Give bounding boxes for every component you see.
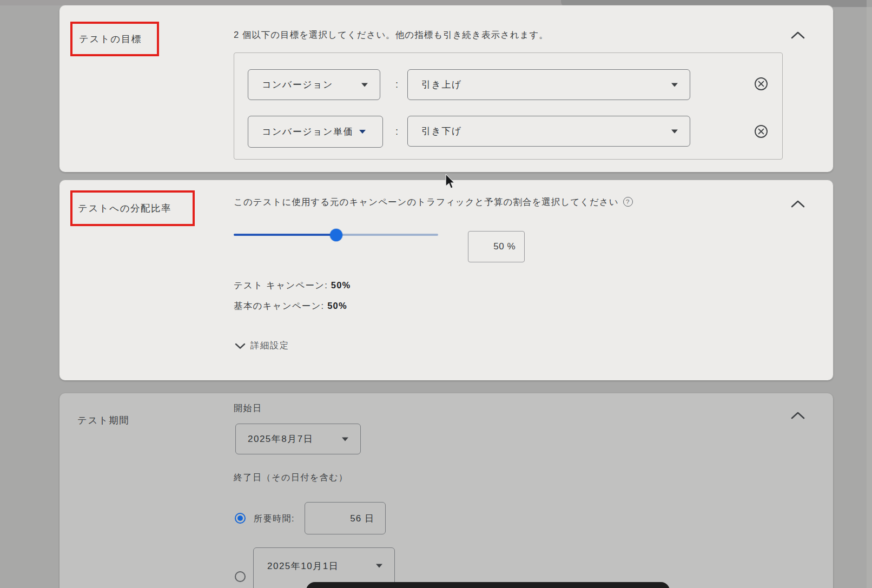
goal-direction-select[interactable]: 引き上げ (407, 69, 690, 100)
goal-metric-select[interactable]: コンバージョン (248, 69, 380, 100)
chevron-down-icon (359, 130, 366, 134)
collapse-section-button[interactable] (787, 407, 809, 424)
advanced-settings-toggle[interactable]: 詳細設定 (235, 340, 289, 352)
chevron-down-icon (671, 129, 678, 133)
end-date-label: 終了日（その日付を含む） (234, 472, 348, 484)
section-description: 2 個以下の目標を選択してください。他の指標も引き続き表示されます。 (234, 29, 549, 41)
test-campaign-value: 50% (331, 280, 351, 290)
section-title: テストへの分配比率 (78, 202, 171, 215)
goal-metric-value: コンバージョン (262, 78, 333, 91)
section-test-goals: テストの目標 2 個以下の目標を選択してください。他の指標も引き続き表示されます… (60, 5, 833, 172)
duration-radio[interactable] (235, 513, 246, 524)
chevron-down-icon (235, 343, 246, 349)
chevron-up-icon (791, 31, 805, 39)
chevron-down-icon (671, 83, 678, 87)
goal-separator: : (395, 79, 398, 90)
bottom-overlay-bar (306, 582, 670, 588)
duration-input[interactable]: 56 日 (305, 502, 386, 534)
section-title: テスト期間 (77, 414, 129, 427)
goal-rows-container: コンバージョン : 引き上げ コンバージョン単価 : 引き下げ (234, 52, 783, 160)
start-date-select[interactable]: 2025年8月7日 (235, 424, 361, 454)
remove-circle-x-icon (754, 77, 768, 91)
duration-label: 所要時間: (254, 513, 295, 525)
section-title: テストの目標 (79, 32, 142, 45)
chevron-up-icon (791, 412, 805, 419)
goal-direction-value: 引き下げ (421, 125, 462, 137)
split-value-field[interactable]: 50 % (468, 231, 525, 262)
section-test-split: テストへの分配比率 このテストに使用する元のキャンペーンのトラフィックと予算の割… (60, 180, 833, 380)
goal-metric-value: コンバージョン単価 (262, 125, 353, 138)
chevron-down-icon (361, 83, 368, 87)
chevron-down-icon (342, 437, 348, 441)
section-test-period: テスト期間 開始日 2025年8月7日 終了日（その日付を含む） 所要時間: 5… (60, 393, 833, 588)
chevron-down-icon (376, 564, 382, 568)
base-campaign-value: 50% (327, 301, 347, 310)
end-date-value: 2025年10月1日 (267, 560, 339, 572)
goal-metric-select[interactable]: コンバージョン単価 (248, 116, 383, 148)
chevron-up-icon (791, 200, 805, 208)
test-campaign-share: テスト キャンペーン: 50% (234, 280, 351, 292)
test-campaign-label: テスト キャンペーン: (234, 280, 328, 290)
base-campaign-label: 基本のキャンペーン: (234, 301, 324, 310)
slider-filled-track (234, 234, 336, 236)
goal-direction-select[interactable]: 引き下げ (407, 116, 690, 147)
scrollbar-track[interactable] (867, 0, 872, 588)
remove-goal-button[interactable] (754, 124, 768, 138)
help-icon[interactable]: ? (623, 197, 633, 207)
end-date-radio[interactable] (235, 571, 246, 582)
base-campaign-share: 基本のキャンペーン: 50% (234, 300, 347, 312)
remove-circle-x-icon (754, 124, 768, 138)
goal-separator: : (395, 126, 398, 137)
slider-thumb[interactable] (330, 229, 342, 241)
mouse-cursor (445, 174, 457, 189)
collapse-section-button[interactable] (787, 27, 809, 43)
section-description: このテストに使用する元のキャンペーンのトラフィックと予算の割合を選択してください (234, 197, 619, 207)
remove-goal-button[interactable] (754, 77, 768, 91)
collapse-section-button[interactable] (787, 196, 809, 212)
start-date-value: 2025年8月7日 (248, 433, 313, 445)
start-date-label: 開始日 (234, 403, 262, 414)
advanced-settings-label: 詳細設定 (250, 340, 289, 352)
goal-direction-value: 引き上げ (421, 78, 462, 91)
